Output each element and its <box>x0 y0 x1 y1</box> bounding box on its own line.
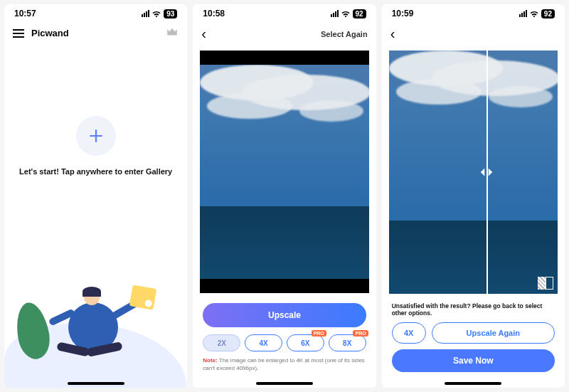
app-title: Picwand <box>31 28 69 38</box>
status-time: 10:58 <box>203 9 225 18</box>
scale-2x-button[interactable]: 2X <box>203 334 240 351</box>
status-bar: 10:57 93 <box>4 4 187 23</box>
scale-4x-button[interactable]: 4X <box>245 334 282 351</box>
illustration <box>4 267 187 388</box>
screen-upscale-options: 10:58 92 ‹ Select Again Upscale 2X 4X 6X… <box>193 4 376 388</box>
scale-options: 2X 4X 6XPRO 8XPRO <box>203 334 366 351</box>
result-header: ‹ <box>382 23 565 46</box>
scale-4x-indicator[interactable]: 4X <box>392 322 426 344</box>
upscale-again-button[interactable]: Upscale Again <box>432 322 555 344</box>
back-button[interactable]: ‹ <box>390 26 395 42</box>
upscale-button[interactable]: Upscale <box>203 303 366 327</box>
add-photo-button[interactable] <box>76 116 116 156</box>
compare-slider-handle[interactable] <box>478 164 495 181</box>
wifi-icon <box>152 10 161 17</box>
status-bar: 10:59 92 <box>382 4 565 23</box>
options-panel: Upscale 2X 4X 6XPRO 8XPRO Note: The imag… <box>193 297 376 388</box>
compare-toggle-icon[interactable] <box>538 277 553 290</box>
home-content[interactable]: Let's start! Tap anywhere to enter Galle… <box>4 45 187 388</box>
home-indicator[interactable] <box>68 382 124 385</box>
scale-8x-button[interactable]: 8XPRO <box>329 334 366 351</box>
result-panel: Unsatisfied with the result? Please go b… <box>382 298 565 388</box>
app-header: Picwand <box>4 23 187 45</box>
home-indicator[interactable] <box>445 382 501 385</box>
options-header: ‹ Select Again <box>193 23 376 46</box>
status-indicators: 92 <box>519 9 555 18</box>
start-prompt: Let's start! Tap anywhere to enter Galle… <box>19 167 172 176</box>
wifi-icon <box>341 10 350 17</box>
crown-icon[interactable] <box>166 26 179 41</box>
save-now-button[interactable]: Save Now <box>392 349 555 372</box>
status-indicators: 92 <box>331 9 366 18</box>
status-time: 10:59 <box>392 9 414 18</box>
screen-home: 10:57 93 Picwand Let's start! Tap anywhe… <box>4 4 187 388</box>
status-time: 10:57 <box>14 9 36 18</box>
status-bar: 10:58 92 <box>193 4 376 23</box>
image-preview <box>200 51 368 293</box>
pro-badge: PRO <box>312 330 326 337</box>
plus-icon <box>87 127 105 145</box>
cellular-icon <box>331 10 339 17</box>
cellular-icon <box>142 10 149 17</box>
screen-result: 10:59 92 ‹ Unsatisfied with the result? … <box>382 4 565 388</box>
back-button[interactable]: ‹ <box>201 26 206 42</box>
scale-6x-button[interactable]: 6XPRO <box>287 334 324 351</box>
battery-indicator: 93 <box>164 9 177 18</box>
cellular-icon <box>519 10 527 17</box>
note-text: Note: The image can be enlarged to 4K at… <box>203 357 366 372</box>
pro-badge: PRO <box>353 330 368 337</box>
status-indicators: 93 <box>142 9 177 18</box>
wifi-icon <box>530 10 538 17</box>
battery-indicator: 92 <box>353 9 366 18</box>
select-again-button[interactable]: Select Again <box>321 30 368 38</box>
menu-icon[interactable] <box>13 29 24 38</box>
result-message: Unsatisfied with the result? Please go b… <box>392 302 555 317</box>
compare-preview <box>389 51 558 294</box>
home-indicator[interactable] <box>256 382 313 385</box>
battery-indicator: 92 <box>541 9 555 18</box>
